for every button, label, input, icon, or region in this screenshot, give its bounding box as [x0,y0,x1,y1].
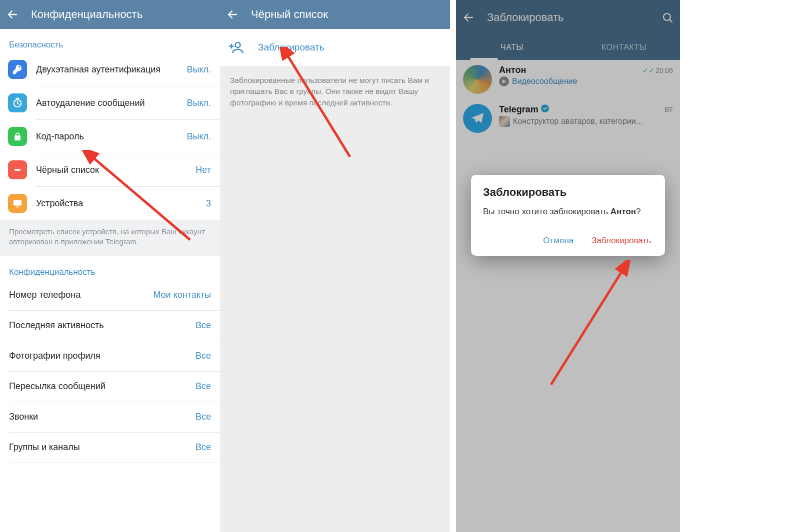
header-title: Заблокировать [487,11,564,24]
back-arrow-icon [226,8,238,20]
chat-time: ВТ [664,105,673,113]
row-value: Выкл. [186,98,211,108]
confirm-block-button[interactable]: Заблокировать [590,232,653,250]
avatar [463,65,492,94]
back-button[interactable] [4,6,21,23]
row-value: Мои контакты [153,290,211,300]
add-person-icon [229,40,244,55]
header-title: Чёрный список [251,8,328,21]
devices-icon [8,194,27,213]
svg-point-5 [236,42,240,47]
timer-icon [8,93,27,112]
chat-name: Telegram [499,104,538,115]
chat-subtitle: Конструктор аватаров, категории... [513,117,642,126]
block-user-action[interactable]: Заблокировать [220,29,450,66]
chat-time: ✓✓20:06 [642,66,673,74]
search-icon [662,11,674,23]
row-value: Все [196,442,211,453]
section-header-security: Безопасность [0,29,220,53]
row-label: Последняя активность [9,320,104,331]
row-blacklist[interactable]: Чёрный список Нет [0,153,220,186]
play-icon [499,76,509,86]
telegram-icon [470,110,486,126]
search-button[interactable] [659,9,676,26]
avatar [463,104,492,133]
divider [9,463,220,463]
row-groups-channels[interactable]: Группы и каналы Все [0,433,220,463]
back-arrow-icon [462,11,474,23]
row-value: Выкл. [186,131,211,142]
row-profile-photos[interactable]: Фотографии профиля Все [0,341,220,371]
dialog-actions: Отмена Заблокировать [483,218,653,250]
row-value: Все [196,320,211,331]
row-value: Все [196,381,211,392]
message-thumbnail [499,116,510,127]
privacy-settings-screen: Конфиденциальность Безопасность Двухэтап… [0,0,220,532]
blacklist-body: Заблокированные пользователи не могут пи… [220,66,450,532]
svg-rect-2 [14,200,22,206]
blacklist-screen: Чёрный список Заблокировать Заблокирован… [220,0,450,532]
row-phone-number[interactable]: Номер телефона Мои контакты [0,280,220,310]
block-icon [8,160,27,179]
row-two-step-auth[interactable]: Двухэтапная аутентификация Выкл. [0,53,220,86]
row-value: Нет [196,165,211,175]
row-label: Устройства [36,198,83,209]
verified-icon [540,104,550,115]
chat-subtitle: Видеосообщение [512,77,577,86]
row-label: Группы и каналы [9,442,80,453]
row-forwarding[interactable]: Пересылка сообщений Все [0,372,220,402]
tab-chats[interactable]: ЧАТЫ [456,35,568,60]
lock-icon [8,127,27,146]
row-label: Фотографии профиля [9,351,100,361]
row-label: Автоудаление сообщений [36,98,145,108]
row-label: Чёрный список [36,165,99,175]
row-value: Все [196,412,211,422]
key-icon [8,60,27,79]
svg-rect-3 [16,206,19,207]
dialog-title: Заблокировать [483,186,653,199]
row-value: Выкл. [186,64,211,75]
header-title: Конфиденциальность [31,8,142,21]
blacklist-info-text: Заблокированные пользователи не могут пи… [220,66,450,108]
header: Конфиденциальность [0,0,220,29]
security-footer-text: Просмотреть список устройств, на которых… [0,220,220,256]
confirm-block-dialog: Заблокировать Вы точно хотите заблокиров… [471,175,665,256]
row-label: Звонки [9,412,38,422]
row-label: Пересылка сообщений [9,381,106,392]
row-devices[interactable]: Устройства 3 [0,187,220,220]
row-autodelete[interactable]: Автоудаление сообщений Выкл. [0,86,220,119]
row-value: 3 [206,198,211,209]
block-picker-screen: Заблокировать ЧАТЫ КОНТАКТЫ Антон ✓✓20:0… [456,0,680,532]
header: Чёрный список [220,0,450,29]
row-label: Двухэтапная аутентификация [36,64,160,75]
dialog-body: Вы точно хотите заблокировать Антон? [483,206,653,218]
header: Заблокировать [456,0,680,35]
svg-rect-1 [14,169,21,171]
block-user-label: Заблокировать [258,42,324,53]
row-passcode[interactable]: Код-пароль Выкл. [0,120,220,153]
chat-list: Антон ✓✓20:06 Видеосообщение [456,60,680,532]
back-arrow-icon [6,8,18,20]
back-button[interactable] [224,6,241,23]
chat-row-anton[interactable]: Антон ✓✓20:06 Видеосообщение [456,60,680,99]
section-header-privacy: Конфиденциальность [0,256,220,280]
row-calls[interactable]: Звонки Все [0,402,220,432]
row-label: Номер телефона [9,290,80,300]
cancel-button[interactable]: Отмена [541,232,576,250]
chat-name: Антон [499,65,526,75]
row-value: Все [196,351,211,361]
row-label: Код-пароль [36,131,84,142]
tab-contacts[interactable]: КОНТАКТЫ [568,35,680,60]
read-checks-icon: ✓✓ [642,66,654,74]
row-last-seen[interactable]: Последняя активность Все [0,311,220,341]
tabs: ЧАТЫ КОНТАКТЫ [456,35,680,60]
chat-row-telegram[interactable]: Telegram ВТ Конструктор аватаров, катего… [456,99,680,138]
back-button[interactable] [460,9,477,26]
